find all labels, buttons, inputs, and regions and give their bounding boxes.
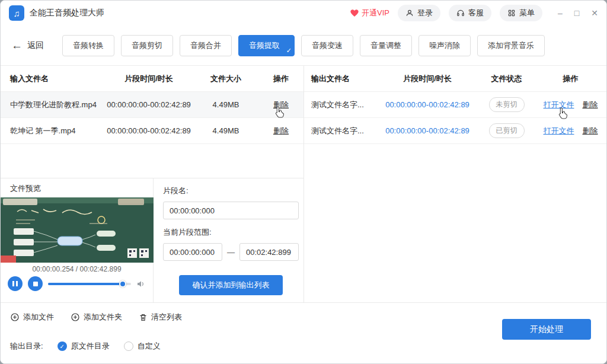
- pause-button[interactable]: [8, 276, 23, 291]
- player-controls: [1, 274, 153, 291]
- start-processing-button[interactable]: 开始处理: [502, 319, 591, 340]
- output-table-row[interactable]: 测试文件名字... 00:00:00:00-00:02:42:89 已剪切 打开…: [304, 118, 606, 144]
- header-segment-time: 片段时间/时长: [376, 74, 478, 84]
- input-file-name: 乾坤记 第一季.mp4: [1, 126, 104, 136]
- volume-icon[interactable]: [136, 280, 146, 288]
- segment-name-label: 片段名:: [163, 186, 299, 196]
- minimize-button[interactable]: –: [558, 9, 563, 17]
- app-window: ♫ 全能王音频处理大师 开通VIP 登录 客服: [0, 0, 607, 364]
- progress-slider[interactable]: [48, 283, 131, 285]
- open-file-link[interactable]: 打开文件: [544, 100, 574, 110]
- delete-file-link[interactable]: 删除: [583, 126, 598, 136]
- output-file-name: 测试文件名字...: [304, 100, 376, 110]
- header-segment-time: 片段时间/时长: [104, 74, 193, 84]
- delete-file-link[interactable]: 删除: [273, 100, 289, 109]
- tab-volume-adjust[interactable]: 音量调整: [360, 35, 412, 56]
- radio-original-dir[interactable]: ✓ 原文件目录: [57, 341, 110, 352]
- open-vip-button[interactable]: 开通VIP: [350, 8, 389, 18]
- output-table-empty-area: [304, 144, 606, 302]
- back-arrow-icon: ←: [11, 39, 23, 52]
- status-badge: 未剪切: [489, 97, 525, 112]
- range-separator: —: [227, 248, 235, 257]
- tab-bar: 音频转换 音频剪切 音频合并 音频提取 ✓ 音频变速 音量调整 噪声消除 添加背…: [62, 35, 596, 56]
- login-label: 登录: [417, 8, 433, 18]
- output-panel: 输出文件名 片段时间/时长 文件状态 操作 测试文件名字... 00:00:00…: [304, 66, 606, 302]
- input-table-header: 输入文件名 片段时间/时长 文件大小 操作: [1, 66, 304, 92]
- input-file-time: 00:00:00:00-00:02:42:89: [104, 100, 193, 109]
- range-end-input[interactable]: [239, 243, 299, 261]
- confirm-add-button[interactable]: 确认并添加到输出列表: [179, 275, 283, 295]
- preview-title: 文件预览: [1, 178, 153, 197]
- tab-audio-convert[interactable]: 音频转换: [62, 35, 114, 56]
- output-table-row[interactable]: 测试文件名字... 00:00:00:00-00:02:42:89 未剪切 打开…: [304, 92, 606, 118]
- file-preview: 文件预览: [1, 178, 154, 302]
- output-dir-row: 输出目录: ✓ 原文件目录 自定义: [10, 341, 597, 352]
- tab-noise-reduction[interactable]: 噪声消除: [418, 35, 471, 56]
- trash-icon: [139, 313, 148, 322]
- titlebar-actions: 开通VIP 登录 客服 菜单 –: [350, 5, 598, 21]
- output-file-time: 00:00:00:00-00:02:42:89: [376, 100, 478, 109]
- add-folder-label: 添加文件夹: [84, 312, 122, 323]
- maximize-button[interactable]: □: [574, 9, 579, 17]
- clear-list-button[interactable]: 清空列表: [139, 312, 182, 323]
- header-input-filename: 输入文件名: [1, 74, 104, 84]
- plus-circle-icon: [71, 312, 80, 322]
- tab-audio-extract-label: 音频提取: [249, 40, 280, 51]
- open-file-link[interactable]: 打开文件: [544, 126, 574, 136]
- tab-audio-speed[interactable]: 音频变速: [301, 35, 353, 56]
- header-output-filename: 输出文件名: [304, 74, 376, 84]
- progress-fill: [48, 283, 123, 285]
- segment-name-input[interactable]: [163, 202, 299, 219]
- delete-file-link[interactable]: 删除: [273, 126, 289, 135]
- add-folder-button[interactable]: 添加文件夹: [71, 312, 122, 323]
- radio-unchecked-icon: [124, 341, 133, 351]
- input-table-row[interactable]: 中学数理化进阶教程.mp4 00:00:00:00-00:02:42:89 4.…: [1, 92, 304, 118]
- window-controls: – □ ✕: [558, 9, 598, 17]
- delete-file-link[interactable]: 删除: [583, 100, 598, 110]
- plus-circle-icon: [10, 312, 20, 322]
- menu-label: 菜单: [519, 8, 535, 18]
- preview-section: 文件预览: [1, 178, 304, 302]
- tab-add-bgm[interactable]: 添加背景音乐: [477, 35, 545, 56]
- radio-checked-icon: ✓: [57, 341, 67, 351]
- segment-form: 片段名: 当前片段范围: — 确认并添加到输出列表: [154, 178, 313, 302]
- radio-custom-dir[interactable]: 自定义: [124, 341, 161, 352]
- range-start-input[interactable]: [163, 243, 222, 261]
- output-dir-label: 输出目录:: [10, 341, 43, 352]
- status-badge: 已剪切: [489, 123, 525, 138]
- main-content: 输入文件名 片段时间/时长 文件大小 操作 中学数理化进阶教程.mp4 00:0…: [1, 66, 606, 303]
- vip-heart-icon: [350, 9, 359, 17]
- video-thumbnail[interactable]: [1, 197, 154, 263]
- output-table-header: 输出文件名 片段时间/时长 文件状态 操作: [304, 66, 606, 92]
- radio-original-dir-label: 原文件目录: [71, 341, 110, 352]
- close-button[interactable]: ✕: [591, 9, 598, 17]
- input-file-size: 4.49MB: [193, 126, 258, 135]
- login-button[interactable]: 登录: [398, 5, 440, 21]
- tab-audio-extract[interactable]: 音频提取 ✓: [238, 35, 295, 56]
- output-file-time: 00:00:00:00-00:02:42:89: [376, 126, 478, 135]
- header-file-status: 文件状态: [478, 74, 535, 84]
- grid-menu-icon: [507, 9, 516, 17]
- headset-icon: [456, 9, 465, 17]
- playback-time: 00:00:00.254 / 00:02:42.899: [1, 263, 153, 274]
- back-button[interactable]: ← 返回: [11, 39, 62, 52]
- customer-service-label: 客服: [468, 8, 484, 18]
- input-table-row[interactable]: 乾坤记 第一季.mp4 00:00:00:00-00:02:42:89 4.49…: [1, 118, 304, 144]
- vip-label: 开通VIP: [362, 8, 389, 18]
- input-file-size: 4.49MB: [193, 100, 258, 109]
- stop-button[interactable]: [28, 276, 43, 291]
- progress-knob[interactable]: [119, 280, 126, 288]
- footer: 添加文件 添加文件夹 清空列表 输出目录: ✓ 原文件目录: [1, 303, 606, 364]
- input-file-name: 中学数理化进阶教程.mp4: [1, 100, 104, 110]
- segment-range-row: —: [163, 243, 299, 261]
- customer-service-button[interactable]: 客服: [449, 5, 491, 21]
- add-file-button[interactable]: 添加文件: [10, 312, 54, 323]
- header-action: 操作: [258, 74, 304, 84]
- add-file-label: 添加文件: [23, 312, 54, 323]
- radio-custom-dir-label: 自定义: [138, 341, 161, 352]
- header-file-size: 文件大小: [193, 74, 258, 84]
- app-title: 全能王音频处理大师: [30, 8, 104, 18]
- tab-audio-cut[interactable]: 音频剪切: [121, 35, 173, 56]
- menu-button[interactable]: 菜单: [500, 5, 542, 21]
- tab-audio-merge[interactable]: 音频合并: [180, 35, 232, 56]
